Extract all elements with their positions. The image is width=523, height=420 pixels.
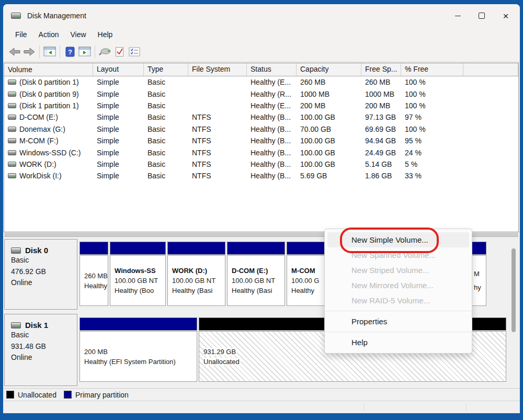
disk0-name: Disk 0 (25, 246, 48, 255)
volume-type: Basic (144, 90, 188, 98)
disk0-icon (11, 247, 21, 254)
disk0-info-panel[interactable]: Disk 0 Basic 476.92 GB Online (4, 239, 77, 310)
column-header-layout[interactable]: Layout (93, 63, 144, 76)
volume-fs: NTFS (188, 113, 247, 121)
volume-row[interactable]: (Disk 0 partition 9) Simple Basic Health… (4, 88, 518, 99)
volume-name: WorkDisk (I:) (19, 172, 62, 180)
volume-free: 24.49 GB (361, 149, 401, 157)
volume-row[interactable]: M-COM (F:) Simple Basic NTFS Healthy (B.… (4, 135, 518, 146)
titlebar[interactable]: Disk Management × (3, 4, 520, 28)
volume-free: 94.94 GB (361, 137, 401, 145)
volume-fs: NTFS (188, 172, 247, 180)
volume-capacity: 100.00 GB (297, 113, 361, 121)
vertical-scrollbar-thumb[interactable] (511, 248, 516, 332)
volume-status: Healthy (B... (247, 125, 297, 133)
volume-name: (Disk 0 partition 1) (19, 78, 79, 86)
check-document-button[interactable] (112, 44, 127, 59)
legend: Unallocated Primary partition (3, 388, 520, 401)
status-bar (3, 401, 520, 413)
column-header-volume[interactable]: Volume (4, 63, 93, 76)
column-header-file-system[interactable]: File System (188, 63, 247, 76)
volume-free: 97.13 GB (361, 113, 401, 121)
help-button[interactable]: ? (63, 44, 77, 59)
volume-free: 69.69 GB (361, 125, 401, 133)
minimize-button[interactable] (446, 4, 470, 27)
volume-capacity: 260 MB (297, 78, 361, 86)
volume-status: Healthy (E... (247, 101, 297, 110)
disk0-partition-1[interactable]: 260 MB Healthy ( (79, 242, 108, 306)
disk1-info-panel[interactable]: Disk 1 Basic 931.48 GB Online (4, 314, 77, 386)
volume-row[interactable]: D-COM (E:) Simple Basic NTFS Healthy (B.… (4, 111, 518, 123)
disk1-partition-1[interactable]: 200 MB Healthy (EFI System Partition) (79, 317, 197, 382)
menu-item-properties[interactable]: Properties (327, 314, 469, 329)
volume-status: Healthy (B... (247, 172, 297, 180)
disk0-partition-4[interactable]: D-COM (E:) 100.00 GB NT Healthy (Basi (227, 242, 285, 306)
menu-view[interactable]: View (64, 29, 92, 40)
volume-pct-free: 100 % (401, 78, 463, 86)
column-header-type[interactable]: Type (144, 63, 188, 76)
action-pane-button[interactable] (77, 44, 92, 59)
volume-disk-icon (8, 173, 16, 178)
volume-row[interactable]: (Disk 1 partition 1) Simple Basic Health… (4, 100, 518, 111)
checklist-button[interactable] (127, 44, 142, 59)
volume-capacity: 200 MB (297, 101, 361, 110)
menu-separator (325, 332, 471, 332)
menu-help[interactable]: Help (92, 29, 119, 40)
partition-text-fragment: Mhy (474, 267, 481, 294)
partition-status: Healthy (Basi (172, 286, 225, 296)
volume-row[interactable]: Donemax (G:) Simple Basic NTFS Healthy (… (4, 123, 518, 135)
volume-status: Healthy (B... (247, 113, 297, 121)
volume-list-header: Volume Layout Type File System Status Ca… (4, 63, 518, 76)
column-header-capacity[interactable]: Capacity (297, 63, 361, 76)
volume-free: 1000 MB (361, 90, 401, 98)
partition-size: 100.00 GB NT (115, 276, 165, 286)
column-header-free-space[interactable]: Free Sp... (361, 63, 401, 76)
console-tree-button[interactable] (42, 44, 57, 59)
column-header-pct-free[interactable]: % Free (401, 63, 463, 76)
disk0-size: 476.92 GB (11, 266, 77, 278)
partition-label: D-COM (E:) (232, 266, 285, 276)
volume-pct-free: 100 % (401, 125, 463, 133)
unallocated-swatch (6, 391, 14, 399)
volume-name: WORK (D:) (19, 160, 56, 168)
back-arrow-icon (8, 47, 21, 56)
toolbar: ? (3, 41, 520, 62)
volume-pct-free: 100 % (401, 101, 463, 110)
volume-row[interactable]: (Disk 0 partition 1) Simple Basic Health… (4, 76, 518, 88)
column-header-status[interactable]: Status (247, 63, 297, 76)
volume-status: Healthy (B... (247, 160, 297, 168)
forward-button[interactable] (22, 44, 37, 59)
volume-row[interactable]: WorkDisk (I:) Simple Basic NTFS Healthy … (4, 170, 518, 181)
menu-item-new-simple-volume[interactable]: New Simple Volume... (327, 232, 469, 247)
menu-file[interactable]: File (9, 29, 33, 40)
volume-capacity: 1000 MB (297, 90, 361, 98)
volume-status: Healthy (B... (247, 149, 297, 157)
volume-row[interactable]: WORK (D:) Simple Basic NTFS Healthy (B..… (4, 158, 518, 170)
volume-pct-free: 100 % (401, 90, 463, 98)
menu-item-new-raid5-volume: New RAID-5 Volume... (327, 293, 469, 308)
volume-capacity: 100.00 GB (297, 137, 361, 145)
volume-capacity: 70.00 GB (297, 125, 361, 133)
volume-layout: Simple (93, 172, 144, 180)
menu-item-help[interactable]: Help (327, 335, 469, 350)
partition-size: 200 MB (84, 347, 197, 357)
disk0-partition-2[interactable]: Windows-SS 100.00 GB NT Healthy (Boo (110, 242, 166, 306)
partition-color-bar (79, 317, 197, 331)
volume-disk-icon (8, 92, 16, 97)
legend-unallocated-label: Unallocated (18, 391, 56, 399)
volume-type: Basic (144, 101, 188, 110)
close-button[interactable]: × (494, 4, 518, 27)
disk0-partition-3[interactable]: WORK (D:) 100.00 GB NT Healthy (Basi (167, 242, 225, 306)
volume-pct-free: 33 % (401, 172, 463, 180)
disk-tool-button[interactable] (98, 44, 112, 59)
volume-row[interactable]: Windows-SSD (C:) Simple Basic NTFS Healt… (4, 146, 518, 158)
back-button[interactable] (7, 44, 22, 59)
volume-capacity: 100.00 GB (297, 160, 361, 168)
volume-name: (Disk 1 partition 1) (19, 101, 79, 110)
menu-action[interactable]: Action (33, 29, 65, 40)
volume-free: 1.86 GB (361, 172, 401, 180)
maximize-button[interactable] (470, 4, 494, 27)
volume-list: Volume Layout Type File System Status Ca… (4, 63, 519, 232)
console-tree-icon (43, 47, 56, 56)
disk1-type: Basic (11, 330, 77, 341)
